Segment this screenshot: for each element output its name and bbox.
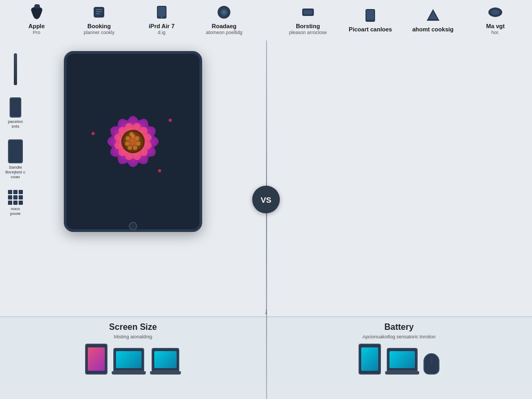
laptop-unit-2 [150, 348, 181, 375]
svg-point-48 [133, 146, 137, 150]
stylus-left [5, 53, 26, 87]
mini-laptop-base-1 [112, 371, 146, 375]
mini-tablet-2 [359, 344, 381, 375]
grid-item: noco pooie [5, 190, 26, 216]
grid-icon [8, 190, 23, 205]
mini-screen-cyan-2 [361, 347, 378, 371]
mini-laptop-2 [152, 348, 179, 371]
svg-point-58 [130, 139, 132, 142]
svg-rect-15 [367, 10, 374, 20]
laptop-unit-1 [112, 348, 146, 375]
svg-rect-4 [96, 11, 102, 12]
vs-badge: VS [252, 186, 280, 213]
top-product-labels: Apple Pro Booking planner cookly iPrd Ai… [0, 0, 532, 40]
svg-point-54 [134, 139, 137, 142]
mini-tablet-1 [85, 344, 107, 375]
mini-laptop-screen-3 [389, 351, 415, 368]
left-accessories: pacelon snts Sandle Borejtest c coao noc… [5, 53, 26, 216]
mini-screen-pink [88, 347, 105, 371]
bottom-left: Screen Size Misting aionaldnig [0, 317, 266, 399]
pencil-icon [14, 53, 17, 85]
screen-size-subtitle: Misting aionaldnig [114, 334, 152, 339]
svg-point-51 [126, 136, 130, 140]
screen-size-title: Screen Size [109, 322, 157, 332]
phone-item: pacelon snts [5, 97, 26, 129]
svg-point-49 [128, 146, 132, 150]
mini-laptop-screen-1 [116, 351, 142, 368]
mini-laptop-3 [387, 348, 418, 371]
flower-graphic [77, 86, 189, 197]
battery-subtitle: Apcionuakotlog sensatoric tnrotion [362, 334, 436, 339]
product-roadaeg: Roadaeg atomeon poellidg [193, 4, 256, 36]
home-button [129, 222, 137, 230]
case-item: Sandle Borejtest c coao [5, 139, 26, 179]
mini-laptop-screen-2 [154, 351, 177, 368]
svg-point-52 [129, 132, 134, 136]
mouse-line-bottom [431, 357, 432, 363]
svg-point-59 [92, 132, 95, 135]
svg-rect-13 [304, 10, 312, 14]
product-ipad: iPrd Air 7 d.ig [130, 4, 193, 36]
ipad-device [64, 51, 202, 232]
svg-rect-5 [96, 13, 100, 14]
svg-point-47 [136, 142, 140, 146]
svg-point-60 [169, 119, 172, 122]
mini-laptop-base-2 [150, 371, 181, 375]
laptop-unit-3 [385, 348, 419, 375]
svg-point-61 [158, 169, 161, 172]
svg-rect-7 [158, 7, 165, 16]
svg-point-8 [161, 16, 162, 18]
svg-point-11 [222, 11, 226, 14]
bottom-left-devices [85, 344, 181, 375]
mouse-bottom [423, 353, 439, 375]
svg-point-19 [491, 10, 500, 15]
svg-point-50 [125, 142, 129, 146]
svg-point-57 [130, 143, 132, 145]
product-booking: Booking planner cookly [68, 4, 131, 36]
product-ahomt: ahomt cooksig [402, 7, 464, 33]
bottom-right: Battery Apcionuakotlog sensatoric tnroti… [266, 317, 532, 399]
mini-laptop-1 [113, 348, 144, 371]
mini-laptop-base-3 [385, 371, 419, 375]
ipad-screen [72, 62, 194, 221]
product-picoart: Picoart canloes [339, 7, 402, 33]
center-divider [266, 40, 267, 399]
product-borsting: Borsting pleason arroclose [277, 4, 339, 36]
product-mavgt: Ma vgt hor. [464, 4, 527, 36]
scroll-arrow: ↓ [261, 306, 271, 317]
battery-title: Battery [384, 322, 413, 332]
phone-icon [10, 97, 21, 118]
case-icon [8, 139, 23, 163]
svg-rect-3 [96, 9, 102, 10]
product-apple: Apple Pro [5, 4, 68, 36]
bottom-right-devices [359, 344, 439, 375]
